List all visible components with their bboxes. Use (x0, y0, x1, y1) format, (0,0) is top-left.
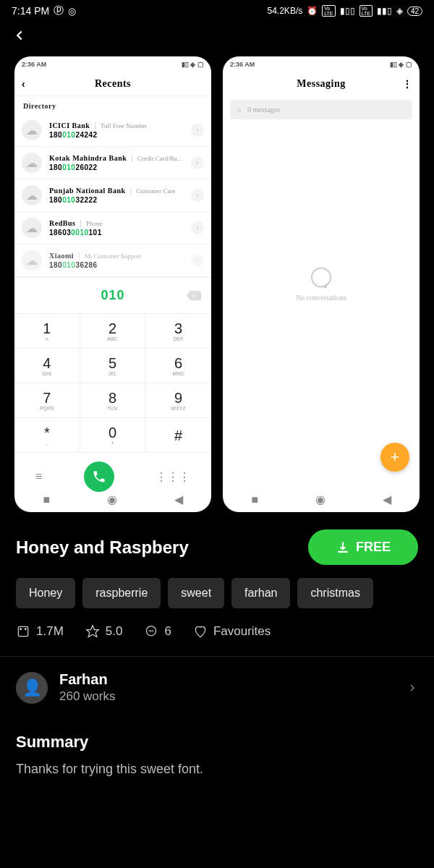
chevron-right-icon: › (191, 221, 204, 234)
stats-row: 1.7M 5.0 6 Favourites (0, 624, 434, 657)
stat-comments[interactable]: 6 (144, 624, 171, 639)
chat-bubble-icon (311, 268, 331, 288)
download-count-icon (16, 624, 30, 639)
chevron-right-icon: › (191, 124, 204, 137)
mini-time: 2:36 AM (22, 61, 46, 68)
dialed-number: 010 (101, 288, 124, 302)
status-time: 7:14 PM (12, 5, 49, 17)
svg-marker-3 (86, 626, 98, 637)
keypad-key: 0+ (80, 418, 146, 453)
dialpad-icon: ⋮⋮⋮ (156, 470, 190, 484)
menu-icon: ≡ (35, 470, 42, 483)
keypad-key: 8TUV (80, 383, 146, 418)
summary-text: Thanks for trying this sweet font. (16, 762, 418, 777)
volte-icon: VoLTE (322, 5, 335, 17)
author-works: 260 works (59, 689, 395, 704)
dialer-back-icon: ‹ (22, 78, 25, 90)
search-bar: ⌕ 0 messages (230, 100, 412, 119)
signal-icon-2: ▮▮▯ (377, 6, 392, 16)
stat-favourites[interactable]: Favourites (193, 624, 271, 639)
nav-back-icon: ◀ (174, 493, 183, 506)
author-avatar: 👤 (16, 672, 48, 704)
nav-recent-icon: ■ (43, 493, 50, 506)
directory-row: ☁ Punjab National Bank|Customer Care 180… (14, 179, 211, 212)
mini-status-icons-2: ▮▯ ◈ ▢ (390, 61, 412, 68)
device-status-bar: 7:14 PM ⓟ ◎ 54.2KB/s ⏰ VoLTE ▮▯▯ VoLTE ▮… (0, 0, 434, 22)
svg-point-1 (20, 629, 22, 630)
preview-dialer: 2:36 AM ▮▯ ◈ ▢ ‹ Recents Directory ☁ ICI… (14, 56, 211, 512)
tag[interactable]: christmas (297, 578, 373, 608)
keypad-key: *, (14, 418, 80, 453)
nav-home-icon: ◉ (107, 493, 117, 506)
signal-icon: ▮▯▯ (340, 6, 355, 16)
tag[interactable]: raspberrie (82, 578, 161, 608)
directory-row: ☁ Xiaomi|Mi Customer Support 18001036286… (14, 244, 211, 277)
download-button[interactable]: FREE (308, 529, 418, 565)
chevron-right-icon (407, 682, 418, 694)
back-icon[interactable] (12, 27, 27, 43)
backspace-icon: × (187, 291, 201, 301)
search-icon: ⌕ (237, 106, 242, 114)
tag[interactable]: sweet (168, 578, 224, 608)
dialed-number-area: 010 × (14, 277, 211, 313)
dialer-title: Recents (95, 78, 131, 90)
keypad-key: 5JKL (80, 349, 146, 383)
wifi-icon: ◈ (396, 6, 403, 16)
empty-state: No conversations (223, 268, 420, 302)
tag-list: Honeyraspberriesweetfarhanchristmas (0, 578, 434, 624)
empty-text: No conversations (223, 294, 420, 302)
contact-avatar-icon: ☁ (22, 153, 42, 173)
mini-status-icons: ▮▯ ◈ ▢ (182, 61, 204, 68)
author-name: Farhan (59, 671, 395, 688)
contact-avatar-icon: ☁ (22, 218, 42, 238)
keypad-key: 6MNO (145, 349, 211, 383)
directory-row: ☁ RedBus|Phone 186030010101 › (14, 212, 211, 244)
volte-icon-2: VoLTE (359, 5, 373, 17)
heart-icon (193, 624, 208, 639)
directory-row: ☁ Kotak Mahindra Bank|Credit Card/Ba... … (14, 147, 211, 179)
preview-carousel[interactable]: 2:36 AM ▮▯ ◈ ▢ ‹ Recents Directory ☁ ICI… (0, 56, 434, 512)
messaging-title: Messaging (297, 78, 346, 90)
alarm-icon: ⏰ (307, 6, 318, 16)
keypad-key: 7PQRS (14, 383, 80, 418)
nav-back-icon-2: ◀ (383, 493, 391, 506)
status-speed: 54.2KB/s (268, 6, 303, 16)
stat-rating[interactable]: 5.0 (85, 624, 123, 639)
chevron-right-icon: › (191, 254, 204, 267)
author-row[interactable]: 👤 Farhan 260 works (0, 657, 434, 718)
keypad-key: 9WXYZ (145, 383, 211, 418)
nav-recent-icon-2: ■ (251, 493, 258, 506)
chevron-right-icon: › (191, 189, 204, 202)
compose-fab: + (380, 443, 409, 472)
mini-time-2: 2:36 AM (230, 61, 255, 68)
nav-bar: ■ ◉ ◀ (14, 487, 211, 512)
download-label: FREE (356, 540, 391, 555)
svg-point-2 (25, 629, 27, 630)
search-text: 0 messages (247, 106, 280, 114)
keypad-key: # (145, 418, 211, 453)
tag[interactable]: farhan (231, 578, 290, 608)
stat-downloads[interactable]: 1.7M (16, 624, 64, 639)
comment-icon (144, 624, 158, 639)
theme-title: Honey and Raspbery (16, 537, 189, 558)
tag[interactable]: Honey (16, 578, 75, 608)
nav-bar-2: ■ ◉ ◀ (223, 487, 420, 512)
instagram-icon: ◎ (68, 6, 76, 17)
battery-icon: 42 (407, 7, 422, 16)
keypad-key: 4GHI (14, 349, 80, 383)
keypad-key: 1∞ (14, 314, 80, 349)
summary-title: Summary (16, 733, 418, 752)
pinterest-icon: ⓟ (54, 4, 64, 17)
contact-avatar-icon: ☁ (22, 120, 42, 140)
preview-messaging: 2:36 AM ▮▯ ◈ ▢ Messaging ⋮ ⌕ 0 messages … (223, 56, 420, 512)
messaging-menu-icon: ⋮ (402, 78, 413, 90)
contact-avatar-icon: ☁ (22, 250, 42, 271)
directory-label: Directory (14, 95, 211, 114)
directory-row: ☁ ICICI Bank|Toll Free Number 1800102424… (14, 114, 211, 147)
keypad: 1∞2ABC3DEF4GHI5JKL6MNO7PQRS8TUV9WXYZ*,0+… (14, 313, 211, 453)
chevron-right-icon: › (191, 156, 204, 169)
nav-home-icon-2: ◉ (315, 493, 326, 506)
svg-rect-0 (18, 626, 27, 636)
keypad-key: 2ABC (80, 314, 146, 349)
star-icon (85, 624, 100, 639)
